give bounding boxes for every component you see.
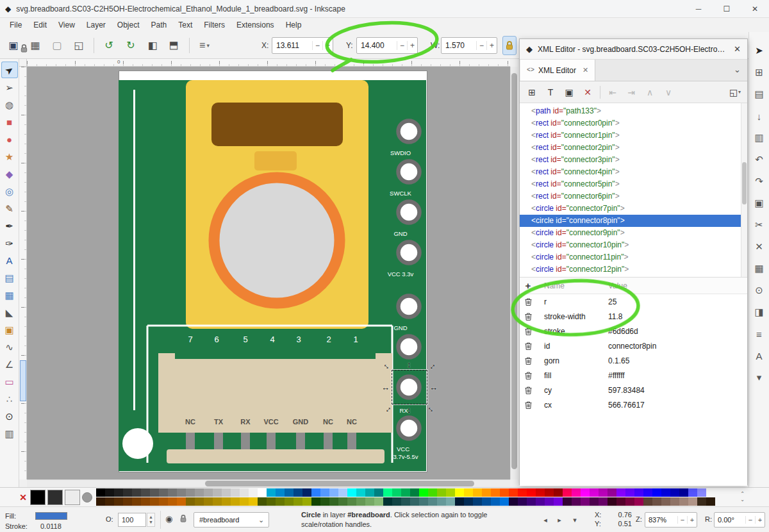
xml-node-connector1pin[interactable]: <rect id="connector1pin"> [520,129,747,142]
selection-dialog-button[interactable]: ◱ [69,36,88,55]
palette-swatch[interactable] [428,497,437,506]
palette-swatch[interactable] [616,497,625,506]
palette-swatch[interactable] [302,497,311,506]
y-input[interactable]: 14.400 − + [356,37,418,54]
palette-swatch[interactable] [679,497,688,506]
delete-attribute-button[interactable] [520,328,536,335]
delete-attribute-button[interactable] [520,372,536,379]
palette-swatch[interactable] [105,497,114,506]
attribute-row-cy[interactable]: cy597.83484 [520,383,747,397]
rotate-cw-button[interactable]: ↻ [121,36,140,55]
palette-swatch[interactable] [141,497,150,506]
flip-vertical-button[interactable]: ◧ [165,36,184,55]
palette-swatch[interactable] [338,497,347,506]
palette-swatch[interactable] [464,497,473,506]
spiral-tool[interactable]: ◎ [1,183,18,199]
palette-swatch[interactable] [509,488,518,497]
palette-swatch[interactable] [446,497,455,506]
palette-swatch[interactable] [258,497,267,506]
scale-handle-se[interactable]: ↔ [426,403,437,414]
unindent-node-button[interactable]: ⇤ [604,84,621,101]
rotation-decrement-button[interactable]: − [745,516,755,524]
eraser-tool[interactable]: ▭ [1,373,18,390]
menu-filters[interactable]: Filters [198,18,231,32]
menu-extensions[interactable]: Extensions [231,18,280,32]
xml-node-connector0pin[interactable]: <rect id="connector0pin"> [520,117,747,129]
palette-swatch[interactable] [688,497,697,506]
palette-swatch[interactable] [482,497,491,506]
palette-swatch[interactable] [267,488,276,497]
menu-view[interactable]: View [53,18,81,32]
move-node-down-button[interactable]: ∨ [660,84,677,101]
palette-swatch[interactable] [706,497,715,506]
xml-node-connector8pin[interactable]: <circle id="connector8pin"> [520,215,747,227]
layer-visibility-toggle[interactable]: ◉ [165,514,172,524]
palette-swatch[interactable] [294,488,302,497]
palette-swatch[interactable] [177,497,186,506]
palette-swatch[interactable] [500,488,509,497]
attribute-row-id[interactable]: idconnector8pin [520,338,747,353]
panel-layout-button[interactable]: ◱▾ [727,84,743,101]
xml-node-connector12pin[interactable]: <circle id="connector12pin"> [520,263,747,276]
palette-swatch[interactable] [96,488,105,497]
palette-swatch[interactable] [590,488,599,497]
palette-swatch[interactable] [545,497,554,506]
text-dialog-icon[interactable]: A [751,347,768,364]
delete-attribute-button[interactable] [520,342,536,350]
minimize-button[interactable]: ─ [684,0,713,18]
palette-swatch[interactable] [213,488,222,497]
undo-icon[interactable]: ↶ [751,151,768,168]
palette-swatch[interactable] [132,497,141,506]
xml-node-connector4pin[interactable]: <rect id="connector4pin"> [520,166,747,178]
palette-swatch[interactable] [338,488,347,497]
y-increment-button[interactable]: + [407,41,417,50]
palette-swatch[interactable] [150,497,159,506]
move-node-up-button[interactable]: ∧ [641,84,658,101]
palette-swatch[interactable] [652,497,661,506]
palette-swatch[interactable] [168,488,177,497]
palette-swatch[interactable] [222,488,231,497]
horizontal-ruler[interactable]: 0 [27,59,510,67]
horizontal-scrollbar-thumb[interactable] [205,481,474,486]
palette-swatch[interactable] [536,488,545,497]
palette-swatch[interactable] [141,488,150,497]
xml-node-connector2pin[interactable]: <rect id="connector2pin"> [520,142,747,154]
palette-swatch[interactable] [356,497,365,506]
dropper-tool[interactable]: ◣ [1,304,18,320]
menu-help[interactable]: Help [280,18,308,32]
cut-icon[interactable]: ✂ [751,217,768,233]
box3d-tool[interactable]: ◆ [1,165,18,182]
palette-swatch[interactable] [661,497,670,506]
fill-swatch[interactable] [35,512,67,520]
layers-dialog-icon[interactable]: ≡ [751,326,768,342]
palette-swatch[interactable] [491,488,500,497]
palette-swatch[interactable] [670,488,679,497]
palette-swatch[interactable] [258,488,267,497]
opacity-input[interactable]: 100 [118,513,146,527]
zoom-tool[interactable]: ⊙ [1,408,18,424]
deselect-button[interactable]: ▢ [47,36,67,55]
palette-swatch[interactable] [446,488,455,497]
tree-scrollbar-thumb[interactable] [742,162,747,204]
zoom-increment-button[interactable]: + [687,516,697,524]
xml-node-path133[interactable]: <path id="path133"> [520,105,747,117]
rotation-input[interactable]: 0.00° − + [714,512,765,528]
xml-node-connector9pin[interactable]: <circle id="connector9pin"> [520,227,747,239]
palette-swatch[interactable] [527,497,536,506]
palette-swatch[interactable] [320,497,329,506]
palette-swatch[interactable] [231,497,240,506]
palette-swatch[interactable] [276,488,285,497]
indent-node-button[interactable]: ⇥ [623,84,640,101]
attribute-row-stroke[interactable]: stroke#6d6d6d [520,324,747,338]
palette-swatch[interactable] [276,497,285,506]
palette-swatch[interactable] [186,488,195,497]
palette-swatch[interactable] [401,497,410,506]
calligraphy-tool[interactable]: ✑ [1,235,18,251]
palette-swatch[interactable] [222,497,231,506]
menu-path[interactable]: Path [145,18,173,32]
menu-object[interactable]: Object [112,18,145,32]
pen-tool[interactable]: ✒ [1,217,18,234]
palette-swatch[interactable] [392,497,401,506]
palette-swatch[interactable] [401,488,410,497]
palette-swatch[interactable] [652,488,661,497]
